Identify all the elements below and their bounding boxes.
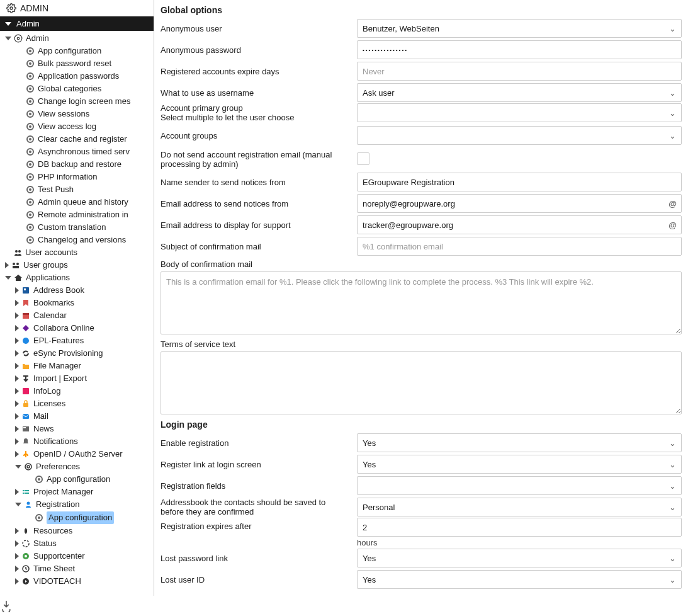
input-reg-expire[interactable]: Never bbox=[357, 62, 682, 81]
section-login-page: Login page bbox=[161, 414, 682, 432]
tree-admin-queue[interactable]: Admin queue and history bbox=[0, 196, 154, 208]
import-icon bbox=[21, 374, 31, 384]
select-primary-group[interactable]: ⌄ bbox=[357, 103, 682, 122]
checkbox-donot-send[interactable] bbox=[357, 152, 369, 165]
tree-changelog[interactable]: Changelog and versions bbox=[0, 234, 154, 246]
admin-header-text: ADMIN bbox=[20, 3, 48, 13]
tree-async[interactable]: Asynchronous timed serv bbox=[0, 145, 154, 158]
tree-clear-cache[interactable]: Clear cache and register bbox=[0, 133, 154, 145]
status-icon bbox=[21, 539, 31, 549]
input-reg-expires-after[interactable]: 2 bbox=[357, 518, 682, 537]
tree-user-groups[interactable]: User groups bbox=[0, 259, 154, 271]
textarea-body-conf[interactable]: This is a confirmation email for %1. Ple… bbox=[161, 271, 682, 334]
tree-change-login[interactable]: Change login screen mes bbox=[0, 95, 154, 108]
select-what-username[interactable]: Ask user⌄ bbox=[357, 83, 682, 102]
tree-app-registration[interactable]: Registration bbox=[0, 498, 154, 511]
textarea-tos[interactable] bbox=[161, 351, 682, 414]
tree-app-openid[interactable]: OpenID / OAuth2 Server bbox=[0, 448, 154, 460]
folder-icon bbox=[21, 361, 31, 371]
tree-app-projectmgr[interactable]: Project Manager bbox=[0, 486, 154, 498]
tree-user-accounts[interactable]: User accounts bbox=[0, 246, 154, 259]
svg-point-30 bbox=[29, 214, 31, 216]
tree-custom-trans[interactable]: Custom translation bbox=[0, 221, 154, 234]
chevron-down-icon bbox=[15, 465, 21, 469]
chevron-down-icon bbox=[5, 22, 11, 26]
bullet-icon bbox=[25, 147, 35, 157]
chevron-right-icon bbox=[15, 388, 19, 394]
tree-app-mail[interactable]: Mail bbox=[0, 410, 154, 423]
tree-app-filemanager[interactable]: File Manager bbox=[0, 360, 154, 372]
label-name-sender: Name sender to send notices from bbox=[161, 178, 349, 187]
tree-app-notifications[interactable]: Notifications bbox=[0, 435, 154, 448]
bullet-icon bbox=[25, 134, 35, 144]
svg-rect-39 bbox=[13, 266, 19, 268]
tree-app-timesheet[interactable]: Time Sheet bbox=[0, 562, 154, 575]
tree-pref-appconfig[interactable]: App configuration bbox=[0, 473, 154, 486]
select-anon-user[interactable]: Benutzer, WebSeiten⌄ bbox=[357, 19, 682, 38]
tree-app-status[interactable]: Status bbox=[0, 537, 154, 550]
chevron-right-icon bbox=[15, 540, 19, 547]
tree-db-backup[interactable]: DB backup and restore bbox=[0, 158, 154, 171]
input-email-support[interactable]: tracker@egroupware.org bbox=[357, 215, 682, 234]
input-email-send[interactable]: noreply@egroupware.org bbox=[357, 194, 682, 213]
infolog-icon bbox=[21, 386, 31, 396]
svg-point-28 bbox=[29, 201, 31, 203]
tree-admin[interactable]: Admin bbox=[0, 32, 154, 45]
tree-app-infolog[interactable]: InfoLog bbox=[0, 385, 154, 397]
tree-app-vidoteach[interactable]: VIDOTEACH bbox=[0, 575, 154, 588]
chevron-right-icon bbox=[15, 426, 19, 432]
label-donot-send: Do not send account registration email (… bbox=[161, 150, 349, 169]
tree-app-import[interactable]: Import | Export bbox=[0, 372, 154, 385]
tree-app-collabora[interactable]: Collabora Online bbox=[0, 322, 154, 334]
tree-view-access[interactable]: View access log bbox=[0, 120, 154, 133]
bullet-icon bbox=[34, 474, 44, 484]
tree-app-esync[interactable]: eSync Provisioning bbox=[0, 347, 154, 360]
tree-reg-appconfig[interactable]: App configuration bbox=[0, 511, 154, 525]
tree-applications[interactable]: Applications bbox=[0, 271, 154, 284]
label-reg-expires-after: Registration expires after bbox=[161, 518, 349, 531]
chevron-right-icon bbox=[15, 451, 19, 457]
svg-point-50 bbox=[27, 465, 30, 468]
tree-view-sessions[interactable]: View sessions bbox=[0, 108, 154, 120]
bookmark-icon bbox=[21, 298, 31, 308]
tree-php-info[interactable]: PHP information bbox=[0, 171, 154, 183]
chevron-down-icon: ⌄ bbox=[669, 131, 676, 140]
svg-point-1 bbox=[17, 37, 20, 40]
select-enable-reg[interactable]: Yes⌄ bbox=[357, 433, 682, 452]
select-reg-link[interactable]: Yes⌄ bbox=[357, 455, 682, 474]
select-account-groups[interactable]: ⌄ bbox=[357, 126, 682, 145]
tree-app-addressbook[interactable]: Address Book bbox=[0, 284, 154, 297]
select-addressbook[interactable]: Personal⌄ bbox=[357, 498, 682, 516]
tree-app-support[interactable]: Supportcenter bbox=[0, 550, 154, 562]
svg-point-14 bbox=[29, 113, 31, 115]
section-global-options: Global options bbox=[161, 0, 682, 18]
select-lost-pw[interactable]: Yes⌄ bbox=[357, 549, 682, 568]
input-name-sender[interactable]: EGroupware Registration bbox=[357, 173, 682, 191]
tree-test-push[interactable]: Test Push bbox=[0, 183, 154, 196]
section-bar-admin[interactable]: Admin bbox=[0, 16, 154, 31]
select-reg-fields[interactable]: ⌄ bbox=[357, 476, 682, 495]
tree-app-preferences[interactable]: Preferences bbox=[0, 460, 154, 473]
tree-app-licenses[interactable]: Licenses bbox=[0, 397, 154, 410]
svg-point-32 bbox=[29, 226, 31, 229]
input-anon-pw[interactable]: ••••••••••••••• bbox=[357, 40, 682, 59]
tree-remote-admin[interactable]: Remote administration in bbox=[0, 208, 154, 221]
tree-app-calendar[interactable]: Calendar bbox=[0, 309, 154, 322]
tree-global-cat[interactable]: Global categories bbox=[0, 83, 154, 95]
sidebar: ADMIN Admin Admin App configuration Bulk… bbox=[0, 0, 154, 616]
svg-point-61 bbox=[23, 540, 29, 547]
input-subj-conf[interactable]: %1 confirmation email bbox=[357, 237, 682, 256]
svg-point-2 bbox=[14, 35, 22, 42]
tree-app-pw[interactable]: Application passwords bbox=[0, 70, 154, 83]
tree-app-epl[interactable]: EPL-Features bbox=[0, 334, 154, 347]
tree-app-bookmarks[interactable]: Bookmarks bbox=[0, 297, 154, 309]
select-lost-id[interactable]: Yes⌄ bbox=[357, 570, 682, 589]
tree-bulk-pw[interactable]: Bulk password reset bbox=[0, 57, 154, 70]
collabora-icon bbox=[21, 323, 31, 333]
chevron-right-icon bbox=[15, 553, 19, 559]
download-button[interactable] bbox=[0, 596, 154, 616]
tree-app-config[interactable]: App configuration bbox=[0, 45, 154, 57]
tree-app-news[interactable]: News bbox=[0, 423, 154, 435]
svg-rect-43 bbox=[23, 313, 29, 315]
tree-app-resources[interactable]: Resources bbox=[0, 525, 154, 537]
